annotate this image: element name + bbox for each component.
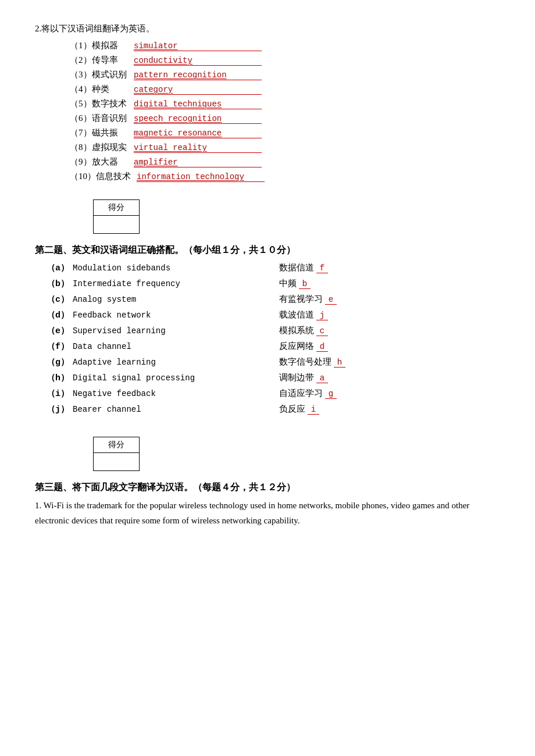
match-left-label-0: （a） [47, 262, 73, 273]
translation-item: （6）语音识别 speech recognition [70, 113, 500, 124]
match-right-text-5: 反应网络 [279, 341, 314, 352]
matching-left: （a） Modulation sidebands （b） Intermediat… [35, 262, 268, 419]
match-left-text-3: Feedback network [73, 311, 151, 320]
match-right-answer-4: c [316, 326, 328, 336]
item-answer-2: pattern recognition [134, 70, 262, 80]
matching-left-item: （e） Supervised learning [47, 325, 268, 336]
item-label-6: （7）磁共振 [70, 127, 128, 138]
translation-item: （4）种类 category [70, 84, 500, 95]
translation-item: （2）传导率 conductivity [70, 55, 500, 66]
score-box-1: 得分 [93, 199, 140, 234]
score-box-1-label: 得分 [94, 200, 139, 216]
matching-left-item: （i） Negative feedback [47, 388, 268, 399]
match-left-label-1: （b） [47, 278, 73, 289]
matching-left-item: （d） Feedback network [47, 309, 268, 320]
item-answer-5: speech recognition [134, 114, 262, 124]
matching-left-item: （h） Digital signal processing [47, 372, 268, 383]
matching-left-item: （j） Bearer channel [47, 404, 268, 415]
matching-right-item: 反应网络 d [279, 341, 500, 352]
matching-right-item: 自适应学习 g [279, 388, 500, 399]
matching-left-item: （g） Adaptive learning [47, 356, 268, 368]
match-right-answer-0: f [316, 263, 328, 273]
match-left-label-9: （j） [47, 404, 73, 415]
item-label-2: （3）模式识别 [70, 69, 128, 80]
match-left-text-1: Intermediate frequency [73, 279, 180, 288]
item-label-4: （5）数字技术 [70, 98, 128, 109]
item-label-1: （2）传导率 [70, 55, 128, 66]
translation-item: （1）模拟器 simulator [70, 40, 500, 51]
matching-left-item: （f） Data channel [47, 341, 268, 352]
matching-right-item: 数据信道 f [279, 262, 500, 273]
section1-intro: 2.将以下汉语词组翻译为英语。 [35, 23, 500, 34]
score-box-2-value [94, 453, 139, 470]
item-label-0: （1）模拟器 [70, 40, 128, 51]
match-right-answer-6: h [334, 358, 345, 368]
matching-left-item: （a） Modulation sidebands [47, 262, 268, 273]
match-left-text-4: Supervised learning [73, 326, 166, 336]
translation-item: （7）磁共振 magnetic resonance [70, 127, 500, 138]
item-answer-0: simulator [134, 41, 262, 51]
item-answer-6: magnetic resonance [134, 129, 262, 138]
matching-left-item: （b） Intermediate frequency [47, 278, 268, 289]
matching-right-item: 调制边带 a [279, 372, 500, 383]
section3-paragraph1-text: Wi-Fi is the trademark for the popular w… [35, 501, 469, 525]
item-answer-8: amplifier [134, 158, 262, 167]
match-right-answer-7: a [316, 373, 328, 383]
score-box-2: 得分 [93, 437, 140, 471]
match-left-text-8: Negative feedback [73, 389, 156, 398]
match-right-text-8: 自适应学习 [279, 388, 323, 399]
matching-right: 数据信道 f 中频 b 有监视学习 e 载波信道 j 模拟系统 c 反应网络 d… [268, 262, 500, 419]
translation-item: （8）虚拟现实 virtual reality [70, 142, 500, 153]
match-left-text-7: Digital signal processing [73, 373, 195, 383]
match-right-answer-1: b [299, 279, 311, 289]
matching-container: （a） Modulation sidebands （b） Intermediat… [35, 262, 500, 419]
item-label-5: （6）语音识别 [70, 113, 128, 124]
item-label-9: （10）信息技术 [70, 171, 131, 182]
match-left-label-3: （d） [47, 309, 73, 320]
match-left-label-6: （g） [47, 356, 73, 368]
section3-title: 第三题、将下面几段文字翻译为汉语。（每题４分，共１２分） [35, 482, 500, 494]
match-right-answer-9: i [308, 405, 319, 415]
translation-item: （9）放大器 amplifier [70, 156, 500, 167]
match-right-text-4: 模拟系统 [279, 325, 314, 336]
match-right-answer-8: g [325, 389, 337, 399]
item-answer-9: information technology [137, 172, 265, 182]
matching-right-item: 中频 b [279, 278, 500, 289]
score-box-1-value [94, 216, 139, 233]
item-label-8: （9）放大器 [70, 156, 128, 167]
match-right-text-1: 中频 [279, 278, 297, 289]
match-right-text-2: 有监视学习 [279, 294, 323, 305]
matching-right-item: 模拟系统 c [279, 325, 500, 336]
match-left-text-0: Modulation sidebands [73, 263, 170, 273]
match-right-answer-2: e [325, 295, 337, 305]
item-answer-4: digital techniques [134, 99, 262, 109]
match-left-text-6: Adaptive learning [73, 358, 156, 367]
match-left-label-7: （h） [47, 372, 73, 383]
translation-list: （1）模拟器 simulator （2）传导率 conductivity （3）… [35, 40, 500, 182]
item-answer-3: category [134, 85, 262, 95]
item-answer-7: virtual reality [134, 143, 262, 153]
match-left-text-9: Bearer channel [73, 405, 141, 414]
matching-right-item: 数字信号处理 h [279, 356, 500, 368]
match-left-label-5: （f） [47, 341, 73, 352]
translation-item: （3）模式识别 pattern recognition [70, 69, 500, 80]
match-right-text-9: 负反应 [279, 404, 305, 415]
section3-paragraph1-label: 1. [35, 501, 41, 510]
match-right-answer-5: d [316, 342, 328, 352]
item-label-7: （8）虚拟现实 [70, 142, 128, 153]
section3-paragraph1: 1. Wi-Fi is the trademark for the popula… [35, 498, 500, 528]
score-box-2-label: 得分 [94, 437, 139, 453]
translation-item: （10）信息技术 information technology [70, 171, 500, 182]
match-right-text-3: 载波信道 [279, 309, 314, 320]
matching-right-item: 载波信道 j [279, 309, 500, 320]
section1: 2.将以下汉语词组翻译为英语。 （1）模拟器 simulator （2）传导率 … [35, 23, 500, 182]
match-right-text-6: 数字信号处理 [279, 356, 331, 368]
matching-right-item: 负反应 i [279, 404, 500, 415]
matching-right-item: 有监视学习 e [279, 294, 500, 305]
section2: 第二题、英文和汉语词组正确搭配。（每小组１分，共１０分） （a） Modulat… [35, 244, 500, 419]
section2-title: 第二题、英文和汉语词组正确搭配。（每小组１分，共１０分） [35, 244, 500, 256]
item-answer-1: conductivity [134, 56, 262, 66]
match-right-answer-3: j [316, 311, 328, 320]
translation-item: （5）数字技术 digital techniques [70, 98, 500, 109]
match-left-label-4: （e） [47, 325, 73, 336]
